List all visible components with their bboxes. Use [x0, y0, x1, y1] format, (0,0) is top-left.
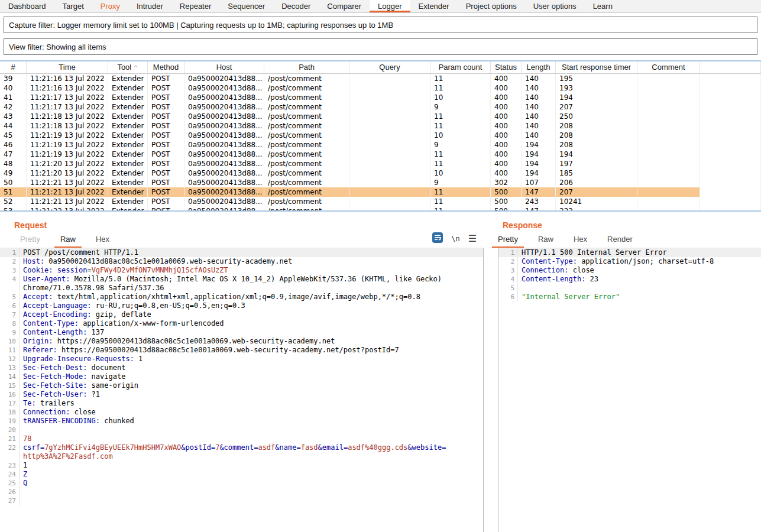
- cell: 11:21:21 13 Jul 2022: [27, 178, 108, 187]
- nav-tab-extender[interactable]: Extender: [410, 0, 458, 12]
- column-header-#[interactable]: #: [0, 61, 27, 73]
- cell: [637, 150, 700, 159]
- cell: 0a9500020413d88...: [184, 140, 264, 150]
- line-number: 15: [0, 381, 20, 390]
- cell: POST: [148, 150, 184, 159]
- nav-tab-user-options[interactable]: User options: [525, 0, 585, 12]
- response-line-4: 4Content-Length: 23: [498, 275, 761, 284]
- line-number: 21: [0, 434, 20, 443]
- log-row-41[interactable]: 4111:21:17 13 Jul 2022ExtenderPOST0a9500…: [0, 93, 761, 102]
- cell: /post/comment: [264, 121, 349, 131]
- nav-tab-decoder[interactable]: Decoder: [273, 0, 319, 12]
- show-newlines-icon[interactable]: \n: [451, 235, 459, 243]
- view-filter-bar[interactable]: View filter: Showing all items: [4, 38, 757, 55]
- column-header-comment[interactable]: Comment: [637, 61, 700, 73]
- log-row-53[interactable]: 5311:21:22 13 Jul 2022ExtenderPOST0a9500…: [0, 206, 761, 210]
- request-tab-raw[interactable]: Raw: [54, 235, 82, 248]
- log-row-44[interactable]: 4411:21:18 13 Jul 2022ExtenderPOST0a9500…: [0, 121, 761, 131]
- cell: [700, 74, 761, 83]
- cell: 11:21:20 13 Jul 2022: [27, 168, 108, 178]
- request-line-8: 8Content-Type: application/x-www-form-ur…: [0, 319, 483, 328]
- response-editor[interactable]: 1HTTP/1.1 500 Internal Server Error2Cont…: [498, 248, 761, 532]
- cell: [349, 121, 430, 131]
- nav-tab-target[interactable]: Target: [54, 0, 92, 12]
- column-header-param-count[interactable]: Param count: [430, 61, 491, 73]
- line-content: User-Agent: Mozilla/5.0 (Macintosh; Inte…: [20, 275, 442, 284]
- nav-tab-sequencer[interactable]: Sequencer: [219, 0, 273, 12]
- cell: /post/comment: [264, 102, 349, 112]
- log-row-40[interactable]: 4011:21:16 13 Jul 2022ExtenderPOST0a9500…: [0, 83, 761, 93]
- line-content: [20, 426, 23, 434]
- cell: /post/comment: [264, 93, 349, 102]
- log-row-52[interactable]: 5211:21:21 13 Jul 2022ExtenderPOST0a9500…: [0, 197, 761, 206]
- column-header-query[interactable]: Query: [349, 61, 430, 73]
- response-tab-raw[interactable]: Raw: [532, 235, 559, 248]
- request-tab-hex[interactable]: Hex: [90, 235, 115, 248]
- word-wrap-icon[interactable]: [432, 232, 443, 245]
- editor-menu-icon[interactable]: ☰: [468, 235, 477, 243]
- line-content: Te: trailers: [20, 399, 75, 408]
- cell: 11:21:19 13 Jul 2022: [27, 140, 108, 150]
- column-header-host[interactable]: Host: [184, 61, 264, 73]
- cell: 0a9500020413d88...: [184, 197, 264, 206]
- request-tab-pretty[interactable]: Pretty: [14, 235, 46, 248]
- cell: POST: [148, 168, 184, 178]
- request-panel: Request PrettyRawHex \n ☰ 1POST /post/co…: [0, 212, 484, 532]
- cell: 400: [491, 112, 522, 121]
- cell: [637, 74, 700, 83]
- cell: POST: [148, 159, 184, 168]
- nav-tab-repeater[interactable]: Repeater: [171, 0, 219, 12]
- response-tab-bar: PrettyRawHexRender: [488, 231, 761, 248]
- log-row-51[interactable]: 5111:21:21 13 Jul 2022ExtenderPOST0a9500…: [0, 187, 761, 197]
- column-header-path[interactable]: Path: [264, 61, 349, 73]
- nav-tab-learn[interactable]: Learn: [585, 0, 621, 12]
- nav-tab-logger[interactable]: Logger: [370, 0, 410, 12]
- nav-tab-project-options[interactable]: Project options: [458, 0, 525, 12]
- line-content: "Internal Server Error": [518, 293, 620, 301]
- column-header-time[interactable]: Time: [27, 61, 108, 73]
- cell: POST: [148, 121, 184, 131]
- cell: 10: [430, 131, 491, 140]
- cell: 50: [0, 178, 27, 187]
- column-header-length[interactable]: Length: [522, 61, 556, 73]
- log-row-49[interactable]: 4911:21:20 13 Jul 2022ExtenderPOST0a9500…: [0, 168, 761, 178]
- line-number: 9: [0, 328, 20, 337]
- column-header-start-response-timer[interactable]: Start response timer: [556, 61, 637, 73]
- panel-splitter[interactable]: [484, 212, 488, 532]
- cell: [700, 93, 761, 102]
- line-content: Accept: text/html,application/xhtml+xml,…: [20, 293, 420, 301]
- cell: 140: [522, 112, 556, 121]
- nav-tab-comparer[interactable]: Comparer: [319, 0, 370, 12]
- response-tab-pretty[interactable]: Pretty: [492, 235, 524, 248]
- request-editor[interactable]: 1POST /post/comment HTTP/1.12Host: 0a950…: [0, 248, 484, 532]
- cell: Extender: [108, 140, 148, 150]
- log-row-42[interactable]: 4211:21:17 13 Jul 2022ExtenderPOST0a9500…: [0, 102, 761, 112]
- cell: 147: [522, 206, 556, 210]
- log-row-45[interactable]: 4511:21:19 13 Jul 2022ExtenderPOST0a9500…: [0, 131, 761, 140]
- line-content: Sec-Fetch-Site: same-origin: [20, 381, 138, 390]
- nav-tab-dashboard[interactable]: Dashboard: [0, 0, 54, 12]
- log-row-46[interactable]: 4611:21:19 13 Jul 2022ExtenderPOST0a9500…: [0, 140, 761, 150]
- request-tab-bar: PrettyRawHex \n ☰: [0, 231, 484, 248]
- column-header-tool[interactable]: Tool⌃: [108, 61, 148, 73]
- nav-tab-intruder[interactable]: Intruder: [128, 0, 171, 12]
- log-row-39[interactable]: 3911:21:16 13 Jul 2022ExtenderPOST0a9500…: [0, 74, 761, 83]
- capture-filter-bar[interactable]: Capture filter: Logger memory limit set …: [4, 17, 757, 33]
- log-row-47[interactable]: 4711:21:19 13 Jul 2022ExtenderPOST0a9500…: [0, 150, 761, 159]
- response-tab-render[interactable]: Render: [601, 235, 639, 248]
- response-tab-hex[interactable]: Hex: [568, 235, 593, 248]
- column-header-method[interactable]: Method: [148, 61, 184, 73]
- log-row-43[interactable]: 4311:21:18 13 Jul 2022ExtenderPOST0a9500…: [0, 112, 761, 121]
- cell: [700, 178, 761, 187]
- line-number: 13: [0, 364, 20, 372]
- log-row-50[interactable]: 5011:21:21 13 Jul 2022ExtenderPOST0a9500…: [0, 178, 761, 187]
- cell: [637, 168, 700, 178]
- column-header-status[interactable]: Status: [491, 61, 522, 73]
- request-line-19: 19tRANSFER-ENCODING: chunked: [0, 417, 483, 426]
- cell: POST: [148, 131, 184, 140]
- cell: 11:21:20 13 Jul 2022: [27, 159, 108, 168]
- log-row-48[interactable]: 4811:21:20 13 Jul 2022ExtenderPOST0a9500…: [0, 159, 761, 168]
- nav-tab-proxy[interactable]: Proxy: [92, 0, 128, 12]
- cell: 43: [0, 112, 27, 121]
- capture-filter-text: Capture filter: Logger memory limit set …: [9, 21, 393, 30]
